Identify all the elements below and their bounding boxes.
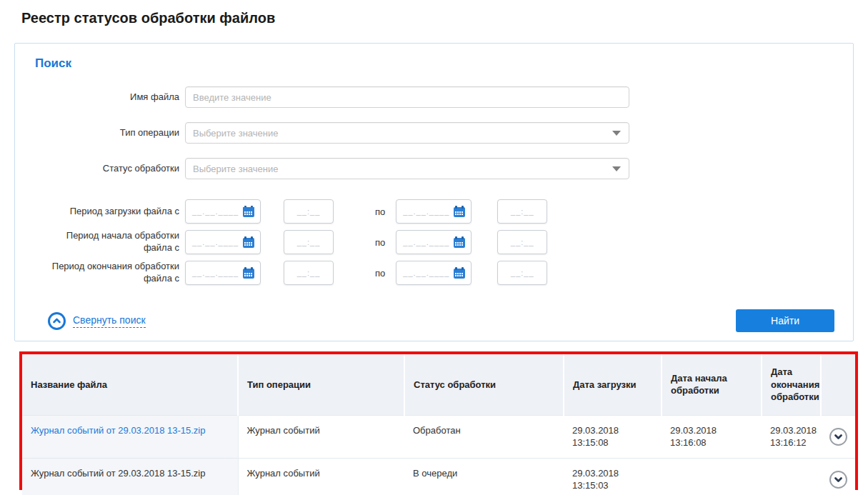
cell-file-name: Журнал событий от 29.03.2018 13-15.zip <box>22 458 238 495</box>
cell-start-date: 29.03.2018 13:16:08 <box>662 415 762 458</box>
period-start-label: Период начала обработки файла с <box>47 230 179 254</box>
date-mask: __.__.____ <box>403 269 449 277</box>
chevron-up-circle-icon[interactable] <box>48 312 66 330</box>
calendar-icon[interactable] <box>242 236 255 249</box>
start-time-to-input[interactable]: __:__ <box>497 230 547 254</box>
upload-time-to-input[interactable]: __:__ <box>497 199 547 224</box>
calendar-icon[interactable] <box>242 266 255 279</box>
operation-type-select[interactable] <box>185 122 629 144</box>
table-header-row: Название файла Тип операции Статус обраб… <box>22 354 855 415</box>
period-end-label: Период окончания обработки файла с <box>47 261 179 285</box>
cell-upload-date: 29.03.2018 13:15:08 <box>564 415 662 458</box>
cell-end-date: 29.03.2018 13:16:12 <box>762 415 821 458</box>
period-upload-label: Период загрузки файла с <box>47 206 179 218</box>
period-row-upload: Период загрузки файла с __.__.____ __:__… <box>15 199 853 224</box>
time-mask: __:__ <box>511 269 534 277</box>
processing-status-label: Статус обработки <box>15 163 179 175</box>
column-header-start-date: Дата начала обработки <box>662 354 762 415</box>
date-mask: __.__.____ <box>192 269 239 277</box>
start-time-from-input[interactable]: __:__ <box>284 230 334 254</box>
cell-file-name: Журнал событий от 29.03.2018 13-15.zip <box>22 415 238 458</box>
start-date-from-input[interactable]: __.__.____ <box>185 230 261 254</box>
operation-type-label: Тип операции <box>15 127 179 139</box>
calendar-icon[interactable] <box>242 205 255 218</box>
period-row-processing-start: Период начала обработки файла с __.__.__… <box>15 230 853 254</box>
calendar-icon[interactable] <box>453 205 466 218</box>
calendar-icon[interactable] <box>453 266 466 279</box>
column-header-operation-type: Тип операции <box>238 354 404 415</box>
collapse-search-link[interactable]: Свернуть поиск <box>48 312 146 330</box>
processing-status-select[interactable] <box>185 158 629 179</box>
time-mask: __:__ <box>297 207 321 216</box>
date-mask: __.__.____ <box>192 207 239 216</box>
cell-upload-date: 29.03.2018 13:15:03 <box>564 458 662 495</box>
table-row: Журнал событий от 29.03.2018 13-15.zip Ж… <box>22 458 855 495</box>
upload-date-to-input[interactable]: __.__.____ <box>396 199 472 224</box>
time-mask: __:__ <box>297 269 321 277</box>
cell-operation-type: Журнал событий <box>238 458 404 495</box>
file-name-input[interactable] <box>185 86 629 108</box>
cell-status: Обработан <box>404 415 564 458</box>
date-mask: __.__.____ <box>403 207 449 216</box>
period-row-processing-end: Период окончания обработки файла с __.__… <box>15 261 853 285</box>
chevron-down-circle-icon[interactable] <box>829 471 847 489</box>
cell-status: В очереди <box>404 458 564 495</box>
file-name-label: Имя файла <box>15 91 179 104</box>
search-panel-heading: Поиск <box>35 56 853 71</box>
form-row-file-name: Имя файла <box>15 86 853 108</box>
column-header-end-date: Дата окончания обработки <box>762 354 821 415</box>
chevron-down-icon[interactable] <box>612 131 621 136</box>
time-mask: __:__ <box>511 207 534 216</box>
search-panel: Поиск Имя файла Тип операции Статус обра… <box>14 43 854 341</box>
search-panel-footer: Свернуть поиск Найти <box>15 309 853 332</box>
end-date-from-input[interactable]: __.__.____ <box>185 261 261 285</box>
date-mask: __.__.____ <box>192 238 239 246</box>
column-header-upload-date: Дата загрузки <box>564 354 662 415</box>
results-table-highlight: Название файла Тип операции Статус обраб… <box>19 351 858 490</box>
results-table: Название файла Тип операции Статус обраб… <box>22 354 855 495</box>
end-date-to-input[interactable]: __.__.____ <box>396 261 472 285</box>
cell-start-date <box>662 458 762 495</box>
end-time-to-input[interactable]: __:__ <box>497 261 547 285</box>
period-to-label: по <box>375 206 385 217</box>
cell-operation-type: Журнал событий <box>238 415 404 458</box>
date-mask: __.__.____ <box>403 238 449 246</box>
page-title: Реестр статусов обработки файлов <box>21 10 868 26</box>
column-header-status: Статус обработки <box>404 354 564 415</box>
upload-time-from-input[interactable]: __:__ <box>284 199 334 224</box>
collapse-search-label[interactable]: Свернуть поиск <box>73 314 146 328</box>
column-header-actions <box>821 354 855 415</box>
file-name-text: Журнал событий от 29.03.2018 13-15.zip <box>31 468 205 479</box>
find-button[interactable]: Найти <box>736 309 834 332</box>
period-to-label: по <box>375 237 385 248</box>
form-row-operation-type: Тип операции <box>15 122 853 144</box>
chevron-down-circle-icon[interactable] <box>829 428 847 446</box>
period-to-label: по <box>375 268 385 279</box>
time-mask: __:__ <box>297 238 321 246</box>
table-row: Журнал событий от 29.03.2018 13-15.zip Ж… <box>22 415 855 458</box>
calendar-icon[interactable] <box>453 236 466 249</box>
upload-date-from-input[interactable]: __.__.____ <box>185 199 261 224</box>
form-row-processing-status: Статус обработки <box>15 158 853 179</box>
start-date-to-input[interactable]: __.__.____ <box>396 230 472 254</box>
file-link[interactable]: Журнал событий от 29.03.2018 13-15.zip <box>31 425 205 436</box>
end-time-from-input[interactable]: __:__ <box>284 261 334 285</box>
column-header-file-name: Название файла <box>22 354 238 415</box>
cell-end-date <box>762 458 821 495</box>
time-mask: __:__ <box>511 238 534 246</box>
chevron-down-icon[interactable] <box>612 166 621 171</box>
